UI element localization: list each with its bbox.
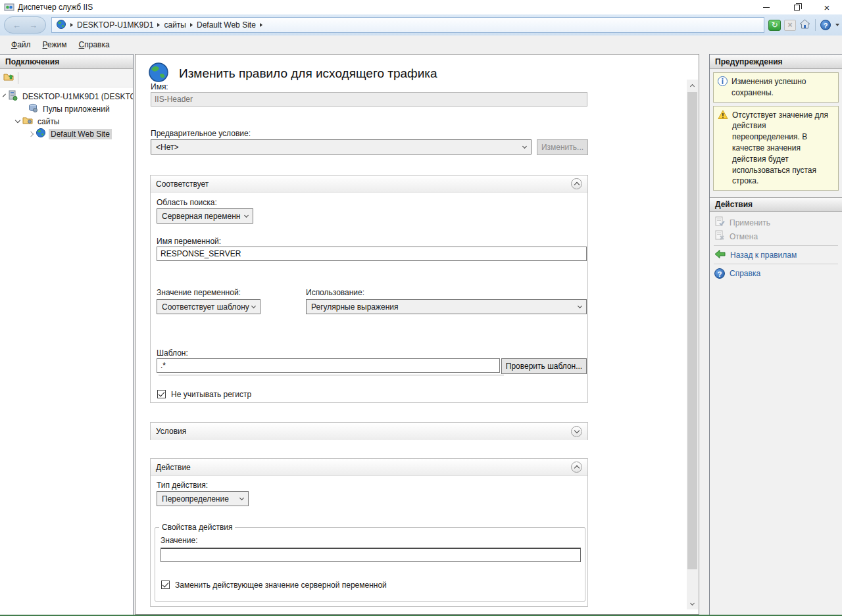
help-icon[interactable]: ? (820, 20, 831, 30)
alert-text: Отсутствует значение для действия переоп… (732, 110, 834, 187)
using-label: Использование: (306, 288, 364, 297)
precondition-value: <Нет> (156, 143, 178, 152)
toolbar-separator (18, 72, 18, 84)
close-button[interactable]: × (812, 0, 842, 14)
tree-item-label: Пулы приложений (41, 104, 112, 114)
ignore-case-checkbox[interactable] (157, 390, 166, 398)
minimize-icon (763, 7, 770, 8)
restore-button[interactable] (781, 0, 812, 14)
window-frame: Диспетчер служб IIS × ← → DESKTOP-U1MK9D… (0, 0, 842, 616)
menu-file[interactable]: Файл (5, 38, 37, 51)
chevron-down-icon (690, 600, 695, 605)
expanded-chevron-icon[interactable] (15, 118, 20, 123)
vertical-scrollbar[interactable] (687, 80, 698, 609)
crumb-arrow-icon[interactable] (70, 23, 73, 27)
cancel-icon (714, 230, 725, 243)
action-type-label: Тип действия: (157, 481, 208, 490)
actions-separator (714, 264, 838, 264)
action-properties-group: Свойства действия Значение: Заменить дей… (155, 523, 585, 602)
tree-item-default-web-site[interactable]: Default Web Site (0, 128, 133, 140)
connections-tree: DESKTOP-U1MK9D1 (DESKTOP Пулы приложений… (0, 87, 133, 140)
save-connection-icon[interactable] (3, 72, 14, 84)
back-to-rules-label[interactable]: Назад к правилам (730, 250, 797, 260)
variable-name-label: Имя переменной: (157, 237, 221, 246)
breadcrumb-server[interactable]: DESKTOP-U1MK9D1 (77, 20, 153, 30)
close-icon: × (824, 3, 830, 12)
expanded-chevron-icon[interactable] (3, 94, 6, 97)
stop-icon: × (784, 20, 796, 31)
cancel-action: Отмена (710, 229, 842, 243)
breadcrumb-sites[interactable]: сайты (164, 20, 186, 30)
collapse-section-button[interactable] (571, 462, 582, 473)
tree-item-label: DESKTOP-U1MK9D1 (DESKTOP (20, 91, 133, 102)
test-pattern-button[interactable]: Проверить шаблон... (501, 358, 587, 374)
tree-item-label: Default Web Site (49, 129, 112, 139)
variable-value-select[interactable]: Соответствует шаблону (157, 299, 260, 314)
conditions-section: Условия (150, 422, 588, 440)
tree-item-app-pools[interactable]: Пулы приложений (0, 103, 133, 115)
action-type-value: Переопределение (162, 494, 229, 504)
name-label: Имя: (151, 82, 168, 91)
chevron-down-icon (239, 496, 244, 500)
forward-icon[interactable]: → (29, 20, 37, 30)
breadcrumb-default-web-site[interactable]: Default Web Site (197, 20, 256, 30)
value-label: Значение: (161, 536, 198, 545)
menu-bar: Файл Режим Справка (0, 36, 842, 54)
alert-warning: Отсутствует значение для действия переоп… (713, 106, 839, 191)
app-pools-icon (28, 103, 38, 115)
replace-value-label: Заменить действующее значение серверной … (175, 580, 387, 590)
replace-value-checkbox[interactable] (161, 580, 170, 589)
using-select[interactable]: Регулярные выражения (306, 299, 587, 314)
tree-item-sites[interactable]: сайты (0, 115, 133, 128)
back-to-rules-action[interactable]: Назад к правилам (710, 248, 842, 262)
chevron-down-icon (251, 304, 256, 308)
globe-icon (56, 19, 66, 32)
help-label[interactable]: Справка (730, 269, 760, 278)
alert-info: Изменения успешно сохранены. (713, 72, 839, 103)
server-icon (7, 90, 18, 103)
value-input[interactable] (161, 548, 581, 562)
site-globe-icon (36, 128, 46, 140)
tree-item-server[interactable]: DESKTOP-U1MK9D1 (DESKTOP (0, 90, 133, 103)
nav-back-forward[interactable]: ← → (4, 16, 46, 34)
pattern-input[interactable] (157, 358, 500, 373)
action-section-title: Действие (156, 463, 191, 472)
minimize-button[interactable] (751, 0, 781, 14)
conditions-section-title: Условия (156, 427, 186, 436)
chevron-down-icon (574, 427, 579, 433)
connections-toolbar (0, 69, 133, 87)
collapsed-chevron-icon[interactable] (28, 131, 34, 136)
page-title: Изменить правило для исходящего трафика (179, 66, 437, 81)
scroll-up-button[interactable] (687, 80, 698, 91)
variable-value-label: Значение переменной: (157, 288, 241, 297)
scroll-down-button[interactable] (687, 598, 698, 609)
crumb-arrow-icon[interactable] (190, 23, 193, 27)
edit-precondition-button[interactable]: Изменить... (537, 139, 588, 155)
crumb-arrow-icon[interactable] (260, 23, 262, 27)
menu-view[interactable]: Режим (37, 38, 73, 51)
precondition-select[interactable]: <Нет> (151, 139, 532, 154)
refresh-icon[interactable]: ↻ (768, 20, 781, 31)
help-action[interactable]: ? Справка (710, 266, 842, 280)
scope-select[interactable]: Серверная переменн (157, 208, 253, 224)
menu-help[interactable]: Справка (73, 38, 116, 51)
action-type-select[interactable]: Переопределение (157, 491, 249, 506)
match-section: Соответствует Область поиска: Серверная … (150, 175, 588, 403)
app-icon (4, 2, 14, 12)
breadcrumb[interactable]: DESKTOP-U1MK9D1 сайты Default Web Site (51, 17, 764, 33)
restore-icon (794, 5, 800, 11)
connections-panel: Подключения DESKTOP-U1MK9D1 (DESKTOP Пул… (0, 54, 134, 615)
home-icon[interactable] (799, 18, 810, 32)
scrollbar-thumb[interactable] (687, 92, 697, 569)
help-dropdown-icon[interactable] (835, 24, 839, 26)
crumb-arrow-icon[interactable] (157, 23, 160, 27)
back-icon[interactable]: ← (12, 20, 21, 30)
apply-action: Применить (710, 216, 842, 229)
action-section: Действие Тип действия: Переопределение С… (150, 458, 588, 607)
expand-section-button[interactable] (571, 426, 582, 437)
sites-folder-icon (22, 115, 33, 128)
collapse-section-button[interactable] (571, 178, 582, 189)
variable-name-input[interactable] (157, 247, 587, 261)
warning-icon (718, 110, 728, 187)
actions-list: Применить Отмена Назад к правилам ? Спра… (710, 212, 842, 280)
